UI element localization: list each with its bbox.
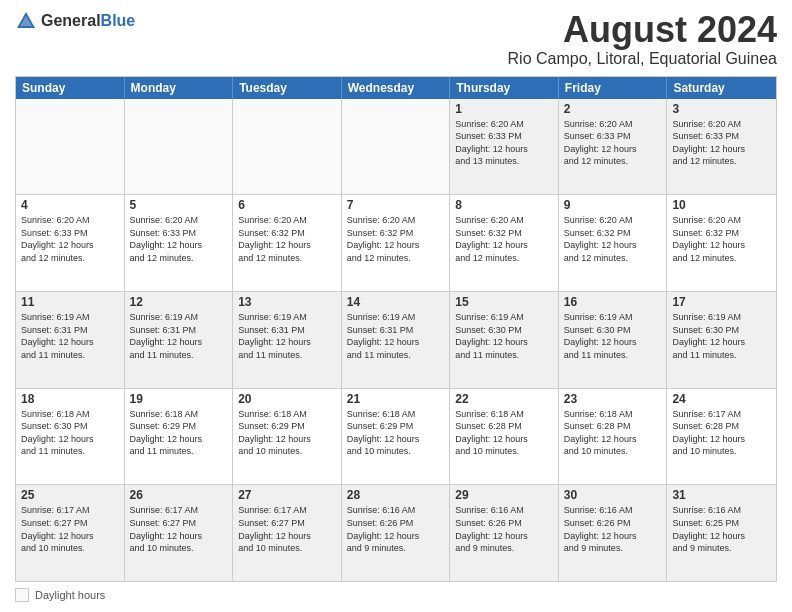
cell-info: Sunrise: 6:18 AM Sunset: 6:30 PM Dayligh… [21,408,119,458]
calendar-week-row: 11Sunrise: 6:19 AM Sunset: 6:31 PM Dayli… [16,291,776,388]
calendar-cell: 18Sunrise: 6:18 AM Sunset: 6:30 PM Dayli… [16,389,125,485]
calendar-cell: 15Sunrise: 6:19 AM Sunset: 6:30 PM Dayli… [450,292,559,388]
calendar-cell: 20Sunrise: 6:18 AM Sunset: 6:29 PM Dayli… [233,389,342,485]
calendar-day-header: Sunday [16,77,125,99]
calendar-cell: 31Sunrise: 6:16 AM Sunset: 6:25 PM Dayli… [667,485,776,581]
day-number: 2 [564,102,662,116]
cell-info: Sunrise: 6:17 AM Sunset: 6:27 PM Dayligh… [21,504,119,554]
day-number: 15 [455,295,553,309]
cell-info: Sunrise: 6:20 AM Sunset: 6:33 PM Dayligh… [21,214,119,264]
cell-info: Sunrise: 6:16 AM Sunset: 6:26 PM Dayligh… [347,504,445,554]
cell-info: Sunrise: 6:20 AM Sunset: 6:33 PM Dayligh… [564,118,662,168]
day-number: 6 [238,198,336,212]
cell-info: Sunrise: 6:19 AM Sunset: 6:30 PM Dayligh… [564,311,662,361]
calendar-cell: 1Sunrise: 6:20 AM Sunset: 6:33 PM Daylig… [450,99,559,195]
calendar-body: 1Sunrise: 6:20 AM Sunset: 6:33 PM Daylig… [16,99,776,581]
calendar-cell: 10Sunrise: 6:20 AM Sunset: 6:32 PM Dayli… [667,195,776,291]
calendar-day-header: Thursday [450,77,559,99]
day-number: 10 [672,198,771,212]
calendar-week-row: 18Sunrise: 6:18 AM Sunset: 6:30 PM Dayli… [16,388,776,485]
calendar-day-header: Monday [125,77,234,99]
day-number: 12 [130,295,228,309]
calendar-cell: 27Sunrise: 6:17 AM Sunset: 6:27 PM Dayli… [233,485,342,581]
day-number: 18 [21,392,119,406]
calendar-week-row: 4Sunrise: 6:20 AM Sunset: 6:33 PM Daylig… [16,194,776,291]
cell-info: Sunrise: 6:16 AM Sunset: 6:25 PM Dayligh… [672,504,771,554]
day-number: 4 [21,198,119,212]
legend-label: Daylight hours [35,589,105,601]
day-number: 11 [21,295,119,309]
header: GeneralBlue August 2024 Rio Campo, Litor… [15,10,777,68]
calendar-cell: 25Sunrise: 6:17 AM Sunset: 6:27 PM Dayli… [16,485,125,581]
day-number: 26 [130,488,228,502]
calendar-cell: 13Sunrise: 6:19 AM Sunset: 6:31 PM Dayli… [233,292,342,388]
day-number: 23 [564,392,662,406]
calendar-week-row: 25Sunrise: 6:17 AM Sunset: 6:27 PM Dayli… [16,484,776,581]
calendar-cell: 22Sunrise: 6:18 AM Sunset: 6:28 PM Dayli… [450,389,559,485]
cell-info: Sunrise: 6:20 AM Sunset: 6:32 PM Dayligh… [347,214,445,264]
calendar-cell: 28Sunrise: 6:16 AM Sunset: 6:26 PM Dayli… [342,485,451,581]
cell-info: Sunrise: 6:20 AM Sunset: 6:32 PM Dayligh… [455,214,553,264]
calendar-cell: 26Sunrise: 6:17 AM Sunset: 6:27 PM Dayli… [125,485,234,581]
cell-info: Sunrise: 6:20 AM Sunset: 6:33 PM Dayligh… [672,118,771,168]
calendar-cell: 17Sunrise: 6:19 AM Sunset: 6:30 PM Dayli… [667,292,776,388]
cell-info: Sunrise: 6:18 AM Sunset: 6:29 PM Dayligh… [130,408,228,458]
footer: Daylight hours [15,588,777,602]
calendar-cell: 21Sunrise: 6:18 AM Sunset: 6:29 PM Dayli… [342,389,451,485]
cell-info: Sunrise: 6:16 AM Sunset: 6:26 PM Dayligh… [564,504,662,554]
calendar-cell: 7Sunrise: 6:20 AM Sunset: 6:32 PM Daylig… [342,195,451,291]
cell-info: Sunrise: 6:20 AM Sunset: 6:32 PM Dayligh… [564,214,662,264]
logo-icon [15,10,37,32]
calendar-day-header: Friday [559,77,668,99]
calendar-cell-empty [233,99,342,195]
calendar-cell: 23Sunrise: 6:18 AM Sunset: 6:28 PM Dayli… [559,389,668,485]
day-number: 29 [455,488,553,502]
cell-info: Sunrise: 6:20 AM Sunset: 6:32 PM Dayligh… [672,214,771,264]
cell-info: Sunrise: 6:18 AM Sunset: 6:29 PM Dayligh… [347,408,445,458]
cell-info: Sunrise: 6:20 AM Sunset: 6:33 PM Dayligh… [455,118,553,168]
day-number: 16 [564,295,662,309]
calendar-header: SundayMondayTuesdayWednesdayThursdayFrid… [16,77,776,99]
calendar-cell: 3Sunrise: 6:20 AM Sunset: 6:33 PM Daylig… [667,99,776,195]
sub-title: Rio Campo, Litoral, Equatorial Guinea [508,50,777,68]
calendar-cell: 8Sunrise: 6:20 AM Sunset: 6:32 PM Daylig… [450,195,559,291]
calendar-cell: 16Sunrise: 6:19 AM Sunset: 6:30 PM Dayli… [559,292,668,388]
cell-info: Sunrise: 6:18 AM Sunset: 6:29 PM Dayligh… [238,408,336,458]
day-number: 17 [672,295,771,309]
calendar-cell: 30Sunrise: 6:16 AM Sunset: 6:26 PM Dayli… [559,485,668,581]
day-number: 21 [347,392,445,406]
calendar-cell: 4Sunrise: 6:20 AM Sunset: 6:33 PM Daylig… [16,195,125,291]
calendar-cell: 5Sunrise: 6:20 AM Sunset: 6:33 PM Daylig… [125,195,234,291]
calendar: SundayMondayTuesdayWednesdayThursdayFrid… [15,76,777,582]
calendar-cell: 2Sunrise: 6:20 AM Sunset: 6:33 PM Daylig… [559,99,668,195]
day-number: 30 [564,488,662,502]
cell-info: Sunrise: 6:18 AM Sunset: 6:28 PM Dayligh… [564,408,662,458]
calendar-cell-empty [125,99,234,195]
cell-info: Sunrise: 6:19 AM Sunset: 6:31 PM Dayligh… [21,311,119,361]
day-number: 9 [564,198,662,212]
day-number: 25 [21,488,119,502]
calendar-day-header: Saturday [667,77,776,99]
calendar-cell-empty [342,99,451,195]
logo: GeneralBlue [15,10,135,32]
cell-info: Sunrise: 6:16 AM Sunset: 6:26 PM Dayligh… [455,504,553,554]
cell-info: Sunrise: 6:17 AM Sunset: 6:28 PM Dayligh… [672,408,771,458]
day-number: 27 [238,488,336,502]
logo-text: GeneralBlue [41,12,135,30]
logo-blue: Blue [101,12,136,29]
calendar-cell: 24Sunrise: 6:17 AM Sunset: 6:28 PM Dayli… [667,389,776,485]
day-number: 20 [238,392,336,406]
calendar-day-header: Wednesday [342,77,451,99]
cell-info: Sunrise: 6:19 AM Sunset: 6:30 PM Dayligh… [455,311,553,361]
cell-info: Sunrise: 6:20 AM Sunset: 6:33 PM Dayligh… [130,214,228,264]
day-number: 24 [672,392,771,406]
cell-info: Sunrise: 6:17 AM Sunset: 6:27 PM Dayligh… [238,504,336,554]
calendar-cell: 9Sunrise: 6:20 AM Sunset: 6:32 PM Daylig… [559,195,668,291]
day-number: 1 [455,102,553,116]
cell-info: Sunrise: 6:19 AM Sunset: 6:30 PM Dayligh… [672,311,771,361]
cell-info: Sunrise: 6:18 AM Sunset: 6:28 PM Dayligh… [455,408,553,458]
page: GeneralBlue August 2024 Rio Campo, Litor… [0,0,792,612]
calendar-cell: 6Sunrise: 6:20 AM Sunset: 6:32 PM Daylig… [233,195,342,291]
cell-info: Sunrise: 6:17 AM Sunset: 6:27 PM Dayligh… [130,504,228,554]
day-number: 22 [455,392,553,406]
